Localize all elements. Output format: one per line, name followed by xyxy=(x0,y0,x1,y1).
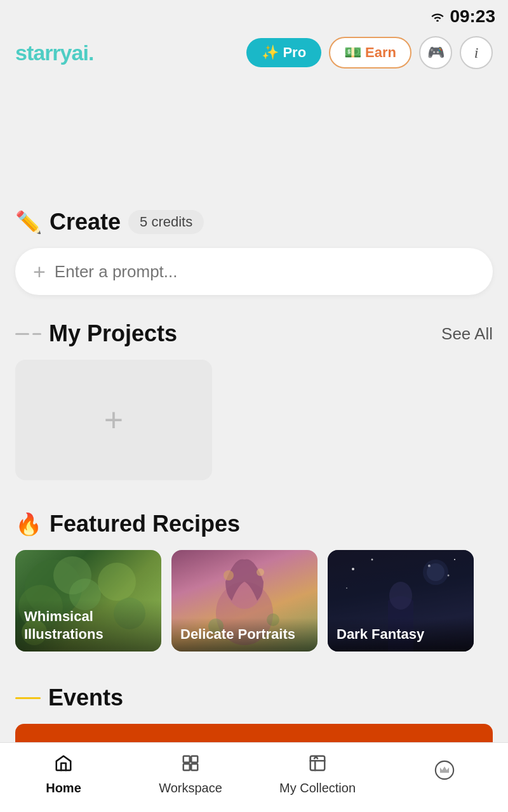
info-icon: i xyxy=(474,44,479,62)
events-header: Events xyxy=(15,684,493,711)
home-icon xyxy=(54,754,73,777)
recipe-label-fantasy: Dark Fantasy xyxy=(337,625,465,644)
banner-area xyxy=(0,82,508,209)
recipe-overlay-fantasy: Dark Fantasy xyxy=(328,618,474,652)
status-bar: 09:23 xyxy=(0,0,508,30)
nav-item-home[interactable]: Home xyxy=(0,754,127,796)
svg-point-16 xyxy=(371,559,373,561)
add-project-card[interactable]: + xyxy=(15,360,212,480)
featured-recipes-title: Featured Recipes xyxy=(50,511,240,537)
svg-point-4 xyxy=(98,563,136,601)
credits-badge: 5 credits xyxy=(128,210,204,234)
events-title: Events xyxy=(48,684,123,711)
nav-item-more[interactable] xyxy=(381,759,508,789)
prompt-plus-icon: + xyxy=(33,261,46,282)
earn-button[interactable]: 💵 Earn xyxy=(329,37,411,69)
my-projects-title-row: My Projects xyxy=(15,320,177,347)
recipe-card-whimsical[interactable]: Whimsical Illustrations xyxy=(15,550,161,652)
recipe-card-fantasy[interactable]: Dark Fantasy xyxy=(328,550,474,652)
svg-point-10 xyxy=(257,568,264,576)
svg-point-20 xyxy=(346,587,347,589)
workspace-icon xyxy=(181,754,200,777)
pro-emoji: ✨ xyxy=(262,44,279,61)
create-emoji: ✏️ xyxy=(15,209,42,235)
svg-rect-23 xyxy=(184,756,190,762)
svg-rect-25 xyxy=(184,764,190,770)
recipe-label-portrait: Delicate Portraits xyxy=(180,625,309,644)
main-content: ✏️ Create 5 credits + My Projects See Al… xyxy=(0,209,508,768)
events-dash xyxy=(15,697,41,699)
header: starryai. ✨ Pro 💵 Earn 🎮 i xyxy=(0,30,508,82)
more-icon xyxy=(434,759,455,785)
recipes-scroll: Whimsical Illustrations xyxy=(15,550,493,654)
dashes-decoration xyxy=(15,333,41,335)
nav-label-collection: My Collection xyxy=(279,781,356,796)
discord-button[interactable]: 🎮 xyxy=(419,36,452,69)
svg-point-19 xyxy=(454,559,455,560)
svg-point-15 xyxy=(352,568,354,570)
my-projects-header: My Projects See All xyxy=(15,320,493,347)
featured-recipes-header: 🔥 Featured Recipes xyxy=(15,511,493,537)
recipe-label-whimsical: Whimsical Illustrations xyxy=(24,608,152,644)
add-project-icon: + xyxy=(104,401,123,439)
pro-button[interactable]: ✨ Pro xyxy=(246,38,321,67)
nav-label-home: Home xyxy=(46,781,81,796)
collection-icon xyxy=(308,754,327,777)
my-projects-title: My Projects xyxy=(49,320,177,347)
nav-item-collection[interactable]: My Collection xyxy=(254,754,381,796)
nav-label-workspace: Workspace xyxy=(159,781,222,796)
prompt-input[interactable] xyxy=(55,262,475,282)
svg-rect-24 xyxy=(191,756,197,762)
wifi-icon xyxy=(431,11,444,22)
recipe-overlay-portrait: Delicate Portraits xyxy=(171,618,318,652)
recipe-card-portrait[interactable]: Delicate Portraits xyxy=(171,550,318,652)
svg-point-9 xyxy=(224,570,234,580)
create-section-header: ✏️ Create 5 credits xyxy=(15,209,493,235)
svg-rect-26 xyxy=(191,764,197,770)
see-all-link[interactable]: See All xyxy=(441,324,493,344)
svg-point-14 xyxy=(389,582,412,610)
projects-row: + xyxy=(15,360,493,480)
svg-point-22 xyxy=(427,563,444,581)
recipe-overlay-whimsical: Whimsical Illustrations xyxy=(15,600,161,652)
header-actions: ✨ Pro 💵 Earn 🎮 i xyxy=(246,36,493,69)
earn-emoji: 💵 xyxy=(344,44,361,61)
info-button[interactable]: i xyxy=(460,36,493,69)
app-logo: starryai. xyxy=(15,41,93,65)
bottom-nav: Home Workspace My Collection xyxy=(0,742,508,812)
nav-item-workspace[interactable]: Workspace xyxy=(127,754,254,796)
status-time: 09:23 xyxy=(450,6,495,27)
discord-icon: 🎮 xyxy=(427,44,444,61)
fire-emoji: 🔥 xyxy=(15,511,42,537)
create-title: Create xyxy=(50,209,121,235)
prompt-container[interactable]: + xyxy=(15,248,493,295)
